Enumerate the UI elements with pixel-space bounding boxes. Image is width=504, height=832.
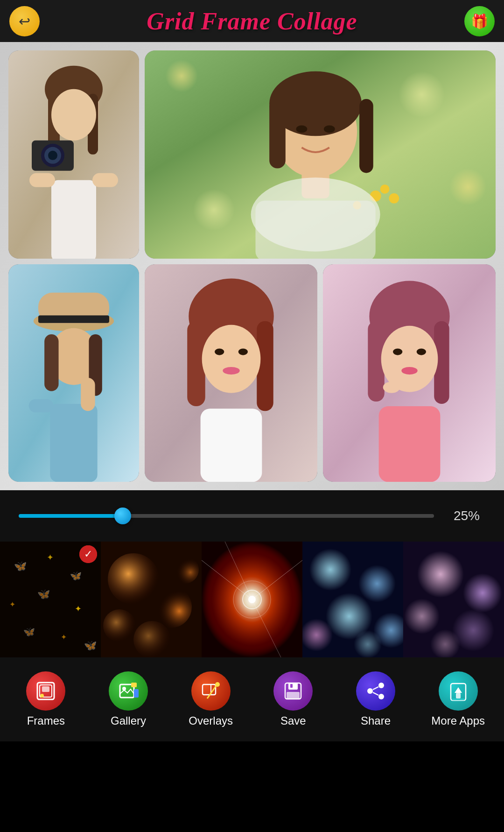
svg-point-71	[108, 553, 159, 605]
svg-point-46	[215, 348, 224, 355]
svg-line-118	[373, 692, 378, 695]
svg-point-73	[103, 609, 136, 642]
svg-rect-39	[81, 378, 95, 411]
svg-point-91	[354, 630, 382, 657]
svg-text:✦: ✦	[9, 600, 15, 608]
svg-rect-24	[269, 99, 286, 168]
svg-point-55	[393, 348, 402, 355]
frames-label: Frames	[27, 714, 65, 727]
filter-item-3[interactable]	[202, 542, 302, 657]
app-title: Grid Frame Collage	[147, 7, 357, 35]
gallery-icon	[109, 671, 148, 711]
svg-rect-101	[42, 686, 49, 692]
svg-rect-105	[134, 689, 139, 698]
photo-cell-bottom-left[interactable]	[8, 264, 139, 482]
more-apps-label: More Apps	[431, 714, 485, 727]
svg-point-56	[417, 348, 426, 355]
nav-item-gallery[interactable]: Gallery	[87, 671, 170, 727]
photo-bottom-right-2	[323, 264, 496, 482]
svg-point-47	[238, 348, 248, 355]
svg-point-94	[463, 573, 502, 613]
filter-strip: 🦋 ✦ 🦋 ✦ 🦋 ✦ 🦋 ✦ 🦋 ✓	[0, 542, 504, 657]
svg-point-57	[401, 367, 417, 374]
save-label: Save	[280, 714, 306, 727]
slider-thumb[interactable]	[114, 508, 131, 524]
svg-point-5	[51, 89, 96, 141]
svg-text:🦋: 🦋	[84, 639, 97, 652]
svg-rect-25	[359, 99, 373, 173]
svg-point-109	[215, 682, 220, 687]
svg-rect-121	[452, 698, 465, 700]
svg-rect-58	[379, 406, 441, 482]
photo-cell-right-top[interactable]	[145, 50, 496, 259]
overlays-label: Overlays	[189, 714, 233, 727]
photo-top-left	[8, 50, 139, 259]
nav-item-save[interactable]: Save	[252, 671, 335, 727]
photo-cell-bottom-right-2[interactable]	[323, 264, 496, 482]
collage-grid	[0, 42, 504, 490]
filter-item-1[interactable]: 🦋 ✦ 🦋 ✦ 🦋 ✦ 🦋 ✦ 🦋 ✓	[0, 542, 101, 657]
svg-point-20	[389, 193, 399, 204]
svg-rect-120	[456, 693, 461, 698]
nav-item-overlays[interactable]: Overlays	[169, 671, 252, 727]
filter-item-2[interactable]	[101, 542, 202, 657]
nav-item-more-apps[interactable]: More Apps	[417, 671, 499, 727]
svg-rect-112	[290, 684, 293, 688]
slider-track[interactable]	[19, 514, 434, 518]
filter-item-5[interactable]	[403, 542, 504, 657]
svg-point-15	[399, 71, 445, 118]
photo-cell-bottom-right-1[interactable]	[145, 264, 317, 482]
svg-point-9	[48, 151, 57, 160]
svg-point-75	[133, 621, 171, 657]
svg-point-86	[309, 549, 351, 591]
svg-rect-36	[44, 334, 58, 391]
photo-cell-top-left[interactable]	[8, 50, 139, 259]
svg-text:✦: ✦	[47, 553, 54, 562]
svg-point-16	[449, 169, 486, 205]
overlays-icon	[191, 671, 231, 711]
svg-rect-40	[29, 399, 54, 412]
slider-value: 25%	[448, 508, 485, 523]
svg-point-87	[358, 565, 396, 602]
svg-point-100	[40, 694, 44, 698]
gallery-label: Gallery	[111, 714, 146, 727]
svg-rect-104	[131, 683, 137, 687]
svg-rect-38	[50, 404, 97, 482]
svg-point-48	[223, 367, 239, 374]
svg-rect-12	[92, 173, 118, 187]
selected-check: ✓	[79, 545, 97, 563]
photo-bottom-right-1	[145, 264, 317, 482]
svg-rect-10	[51, 180, 96, 259]
svg-point-95	[404, 599, 440, 634]
bottom-nav: Frames Gallery Overlays	[0, 657, 504, 741]
nav-item-frames[interactable]: Frames	[5, 671, 87, 727]
gift-button[interactable]: 🎁	[464, 6, 495, 36]
svg-text:🦋: 🦋	[37, 588, 50, 600]
svg-line-117	[373, 687, 378, 690]
svg-text:🦋: 🦋	[70, 570, 82, 581]
back-icon: ↩	[19, 13, 30, 29]
more-apps-icon	[439, 671, 478, 711]
svg-rect-113	[287, 692, 300, 699]
filter-item-4[interactable]	[302, 542, 403, 657]
svg-point-27	[324, 126, 335, 133]
svg-text:✦: ✦	[75, 604, 82, 613]
svg-point-59	[383, 381, 400, 393]
nav-item-share[interactable]: Share	[335, 671, 417, 727]
svg-point-93	[417, 551, 464, 598]
svg-point-17	[193, 189, 235, 231]
svg-point-116	[378, 694, 384, 699]
back-button[interactable]: ↩	[9, 6, 40, 36]
share-icon	[356, 671, 395, 711]
svg-point-74	[171, 556, 199, 584]
svg-rect-49	[201, 409, 262, 482]
svg-point-114	[378, 683, 384, 688]
svg-text:🦋: 🦋	[23, 626, 35, 637]
slider-area: 25%	[0, 490, 504, 542]
svg-rect-111	[288, 683, 298, 690]
svg-text:🦋: 🦋	[14, 560, 27, 572]
photo-right-top	[145, 50, 496, 259]
photo-bottom-left	[8, 264, 139, 482]
svg-point-26	[296, 126, 308, 133]
photo-cell-right-bottom-container	[145, 264, 496, 482]
